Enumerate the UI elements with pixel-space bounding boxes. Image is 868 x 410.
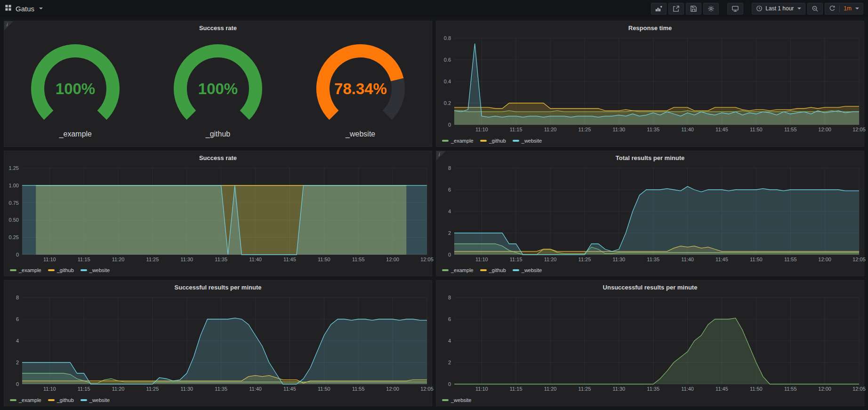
legend-item-_website[interactable]: _website bbox=[442, 397, 471, 403]
legend-label: _github bbox=[57, 267, 74, 273]
x-axis-label: 11:25 bbox=[579, 386, 591, 392]
x-axis-label: 11:35 bbox=[215, 386, 227, 392]
y-axis-label: 0.2 bbox=[444, 100, 451, 106]
caret-down-icon bbox=[797, 8, 801, 9]
legend-item-_github[interactable]: _github bbox=[48, 267, 74, 273]
x-axis-label: 11:15 bbox=[510, 127, 522, 132]
y-axis-label: 1.00 bbox=[9, 182, 19, 188]
x-axis-label: 11:25 bbox=[146, 257, 159, 262]
panel-successful-results: Successful results per minute 0246811:10… bbox=[4, 280, 432, 406]
grid-icon[interactable] bbox=[5, 4, 12, 13]
x-axis-label: 11:20 bbox=[544, 386, 557, 392]
x-axis-label: 12:00 bbox=[818, 127, 831, 132]
cycle-view-button[interactable] bbox=[727, 3, 743, 15]
gauge-arc: 100% bbox=[164, 41, 272, 132]
gear-icon bbox=[707, 5, 715, 12]
x-axis-label: 11:15 bbox=[510, 257, 522, 262]
navbar: Gatus bbox=[0, 0, 868, 17]
y-axis-label: 0.25 bbox=[9, 234, 19, 240]
x-axis-label: 12:00 bbox=[818, 257, 831, 262]
unsuccessful-results-chart[interactable]: 0246811:1011:1511:2011:2511:3011:3511:40… bbox=[438, 295, 861, 393]
dashboard-title[interactable]: Gatus bbox=[16, 5, 34, 13]
x-axis-label: 12:00 bbox=[386, 257, 399, 262]
y-axis-label: 4 bbox=[448, 338, 451, 344]
x-axis-label: 11:20 bbox=[112, 386, 125, 392]
panel-title[interactable]: Total results per minute bbox=[436, 151, 864, 162]
y-axis-label: 0.6 bbox=[444, 57, 451, 63]
gauge-label: _github bbox=[206, 130, 231, 138]
caret-down-icon bbox=[39, 8, 43, 9]
y-axis-label: 0 bbox=[448, 252, 451, 257]
panel-title[interactable]: Response time bbox=[436, 21, 864, 32]
successful-results-chart[interactable]: 0246811:1011:1511:2011:2511:3011:3511:40… bbox=[6, 295, 429, 393]
x-axis-label: 11:20 bbox=[112, 257, 125, 262]
x-axis-label: 11:45 bbox=[283, 386, 296, 392]
add-panel-button[interactable] bbox=[651, 3, 667, 15]
y-axis-label: 0 bbox=[16, 381, 19, 387]
x-axis-label: 11:15 bbox=[78, 386, 90, 392]
legend-item-_website[interactable]: _website bbox=[80, 397, 110, 403]
response-time-chart[interactable]: 00.20.40.60.811:1011:1511:2011:2511:3011… bbox=[438, 35, 861, 133]
y-axis-label: 1.25 bbox=[9, 165, 19, 171]
panel-unsuccessful-results: Unsuccessful results per minute 0246811:… bbox=[436, 280, 864, 406]
legend-item-_website[interactable]: _website bbox=[80, 267, 110, 273]
search-minus-icon bbox=[812, 5, 819, 12]
legend-item-_github[interactable]: _github bbox=[480, 138, 506, 144]
x-axis-label: 11:30 bbox=[612, 127, 625, 132]
x-axis-label: 11:50 bbox=[750, 386, 763, 392]
info-icon[interactable]: i bbox=[4, 21, 14, 31]
clock-icon bbox=[756, 5, 763, 12]
legend-item-_example[interactable]: _example bbox=[10, 397, 41, 403]
y-axis-label: 0 bbox=[16, 252, 19, 257]
legend-label: _github bbox=[57, 397, 74, 403]
legend-label: _example bbox=[451, 138, 474, 144]
time-range-label: Last 1 hour bbox=[765, 5, 794, 12]
x-axis-label: 11:50 bbox=[750, 127, 763, 132]
legend-swatch bbox=[513, 269, 519, 271]
x-axis-label: 11:50 bbox=[750, 257, 763, 262]
x-axis-label: 11:25 bbox=[146, 386, 159, 392]
unsuccessful-results-plot: 0246811:1011:1511:2011:2511:3011:3511:40… bbox=[438, 295, 861, 393]
time-range-picker[interactable]: Last 1 hour bbox=[752, 3, 805, 15]
panel-title[interactable]: Successful results per minute bbox=[4, 281, 432, 292]
share-button[interactable] bbox=[668, 3, 684, 15]
series-_website-area bbox=[454, 186, 859, 255]
save-button[interactable] bbox=[686, 3, 701, 15]
monitor-icon bbox=[731, 5, 739, 12]
legend-item-_example[interactable]: _example bbox=[10, 267, 41, 273]
x-axis-label: 11:10 bbox=[475, 127, 488, 132]
legend-item-_website[interactable]: _website bbox=[513, 138, 542, 144]
y-axis-label: 8 bbox=[448, 295, 451, 300]
x-axis-label: 11:55 bbox=[352, 257, 365, 262]
refresh-picker[interactable]: 1m bbox=[825, 3, 863, 15]
gauge-_website: 78.34%_website bbox=[289, 34, 432, 145]
legend-item-_github[interactable]: _github bbox=[48, 397, 74, 403]
legend-item-_example[interactable]: _example bbox=[442, 138, 474, 144]
successful-results-plot: 0246811:1011:1511:2011:2511:3011:3511:40… bbox=[6, 295, 429, 393]
success-rate-plot: 00.250.500.751.001.2511:1011:1511:2011:2… bbox=[6, 165, 429, 263]
y-axis-label: 6 bbox=[448, 187, 451, 193]
y-axis-label: 0 bbox=[448, 122, 451, 128]
info-icon[interactable]: i bbox=[436, 151, 446, 161]
legend-item-_github[interactable]: _github bbox=[480, 267, 506, 273]
legend-swatch bbox=[513, 140, 519, 142]
panel-title[interactable]: Success rate bbox=[4, 21, 432, 32]
settings-button[interactable] bbox=[703, 3, 719, 15]
divider bbox=[839, 5, 840, 12]
legend-item-_example[interactable]: _example bbox=[442, 267, 474, 273]
legend: _example_github_website bbox=[10, 397, 110, 403]
total-results-chart[interactable]: 0246811:1011:1511:2011:2511:3011:3511:40… bbox=[438, 165, 861, 263]
gauge-label: _website bbox=[346, 130, 375, 138]
x-axis-label: 11:45 bbox=[283, 257, 296, 262]
panel-title[interactable]: Unsuccessful results per minute bbox=[436, 281, 864, 292]
gauge-value: 100% bbox=[198, 80, 238, 97]
legend-item-_website[interactable]: _website bbox=[513, 267, 542, 273]
success-rate-chart[interactable]: 00.250.500.751.001.2511:1011:1511:2011:2… bbox=[6, 165, 429, 263]
refresh-interval-label: 1m bbox=[844, 5, 852, 12]
gauge-value: 100% bbox=[56, 80, 95, 97]
y-axis-label: 0 bbox=[448, 381, 451, 387]
zoom-out-button[interactable] bbox=[807, 3, 823, 15]
y-axis-label: 6 bbox=[16, 316, 19, 322]
x-axis-label: 11:55 bbox=[784, 386, 797, 392]
panel-title[interactable]: Success rate bbox=[4, 151, 432, 162]
